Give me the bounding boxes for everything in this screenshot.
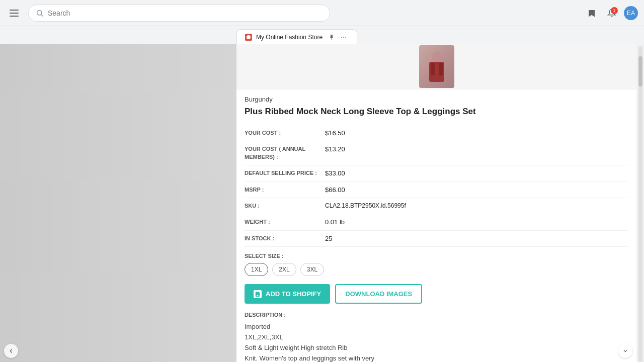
sku-row: SKU : CLA2.18.BTP2950X.id.56995f — [245, 198, 628, 214]
annual-cost-value: $13.20 — [325, 145, 345, 153]
select-size-label: SELECT SIZE : — [245, 253, 628, 259]
your-cost-row: YOUR COST : $16.50 — [245, 125, 628, 141]
page-area: Burgundy Plus Ribbed Mock Neck Long Slee… — [0, 44, 644, 362]
in-stock-value: 25 — [325, 235, 332, 242]
svg-point-2 — [247, 35, 251, 39]
desc-line-2: 1XL,2XL,3XL — [245, 332, 628, 343]
your-cost-value: $16.50 — [325, 129, 345, 137]
msrp-value: $66.00 — [325, 186, 345, 194]
product-color: Burgundy — [245, 96, 628, 103]
default-selling-row: DEFAULT SELLING PRICE : $33.00 — [245, 165, 628, 182]
weight-value: 0.01 lb — [325, 218, 345, 226]
search-bar[interactable] — [28, 5, 330, 22]
description-section: DESCRIPTION : Imported 1XL,2XL,3XL Soft … — [245, 312, 628, 362]
annual-cost-row: YOUR COST ( ANNUAL MEMBERS) : $13.20 — [245, 141, 628, 165]
menu-button[interactable] — [6, 5, 22, 21]
desc-line-1: Imported — [245, 322, 628, 332]
download-images-button[interactable]: DOWNLOAD IMAGES — [335, 284, 422, 304]
product-image-strip — [236, 44, 636, 89]
size-2xl-button[interactable]: 2XL — [272, 263, 296, 276]
default-selling-value: $33.00 — [325, 169, 345, 177]
svg-rect-9 — [439, 63, 443, 75]
weight-label: WEIGHT : — [245, 218, 325, 226]
add-to-shopify-label: ADD TO SHOPIFY — [266, 290, 321, 298]
size-section: SELECT SIZE : 1XL 2XL 3XL — [245, 253, 628, 276]
description-text: Imported 1XL,2XL,3XL Soft & Light weight… — [245, 322, 628, 362]
download-images-label: DOWNLOAD IMAGES — [345, 290, 412, 298]
tab-title: My Online Fashion Store — [256, 34, 323, 41]
product-panel: Burgundy Plus Ribbed Mock Neck Long Slee… — [236, 44, 636, 362]
active-tab[interactable]: My Online Fashion Store — [236, 29, 357, 44]
msrp-row: MSRP : $66.00 — [245, 182, 628, 198]
browser-actions: 1 EA — [584, 5, 638, 21]
default-selling-label: DEFAULT SELLING PRICE : — [245, 169, 325, 177]
description-label: DESCRIPTION : — [245, 312, 628, 318]
notification-badge: 1 — [611, 7, 618, 14]
tab-bar: My Online Fashion Store — [0, 26, 644, 44]
bookmark-icon — [587, 9, 596, 18]
svg-rect-6 — [432, 52, 442, 62]
annual-cost-label: YOUR COST ( ANNUAL MEMBERS) : — [245, 145, 325, 161]
shopify-icon — [254, 290, 262, 298]
nav-left-arrow[interactable] — [4, 344, 18, 358]
svg-point-3 — [341, 37, 342, 38]
more-tab-options-button[interactable] — [339, 32, 349, 42]
size-1xl-button[interactable]: 1XL — [245, 263, 268, 276]
desc-line-4: Knit. Women's top and leggings set with … — [245, 353, 628, 362]
scrollbar-track[interactable] — [638, 46, 642, 362]
size-3xl-button[interactable]: 3XL — [300, 263, 324, 276]
action-buttons: ADD TO SHOPIFY DOWNLOAD IMAGES — [245, 284, 628, 304]
scrollbar-thumb[interactable] — [638, 56, 642, 86]
left-background-panel — [0, 44, 236, 362]
notifications-button[interactable]: 1 — [604, 5, 620, 21]
sku-label: SKU : — [245, 202, 325, 210]
scrollbar[interactable] — [636, 44, 644, 362]
bookmark-button[interactable] — [584, 5, 600, 21]
tab-favicon — [245, 34, 252, 41]
svg-rect-8 — [431, 63, 435, 75]
size-options: 1XL 2XL 3XL — [245, 263, 628, 276]
product-image — [419, 45, 454, 88]
your-cost-label: YOUR COST : — [245, 129, 325, 137]
weight-row: WEIGHT : 0.01 lb — [245, 214, 628, 230]
svg-point-5 — [345, 37, 346, 38]
msrp-label: MSRP : — [245, 186, 325, 194]
sku-value: CLA2.18.BTP2950X.id.56995f — [325, 202, 406, 209]
product-content: Burgundy Plus Ribbed Mock Neck Long Slee… — [236, 89, 636, 362]
svg-point-0 — [37, 10, 42, 15]
price-table: YOUR COST : $16.50 YOUR COST ( ANNUAL ME… — [245, 125, 628, 247]
pin-tab-button[interactable] — [327, 32, 337, 42]
in-stock-label: IN STOCK : — [245, 235, 325, 242]
svg-line-1 — [41, 15, 43, 17]
search-icon — [36, 9, 44, 17]
product-title: Plus Ribbed Mock Neck Long Sleeve Top & … — [245, 106, 628, 117]
scroll-to-bottom-button[interactable] — [618, 344, 632, 358]
avatar[interactable]: EA — [624, 6, 638, 20]
svg-point-4 — [343, 37, 344, 38]
search-input[interactable] — [48, 9, 323, 17]
add-to-shopify-button[interactable]: ADD TO SHOPIFY — [245, 284, 330, 304]
browser-chrome: 1 EA — [0, 0, 644, 26]
in-stock-row: IN STOCK : 25 — [245, 231, 628, 247]
tab-action-buttons — [327, 32, 349, 42]
desc-line-3: Soft & Light weight High stretch Rib — [245, 343, 628, 353]
